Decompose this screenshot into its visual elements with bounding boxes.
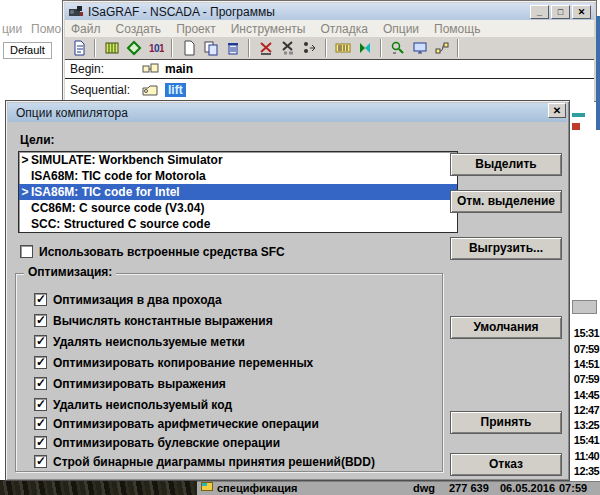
- dialog-title: Опции компилятора: [16, 106, 128, 120]
- file-date: 06.05.2016: [500, 482, 555, 495]
- checkbox-label: Оптимизировать булевские операции: [53, 436, 280, 450]
- sfc-checkbox[interactable]: ✓ Использовать встроенные средства SFC: [20, 244, 285, 259]
- compiler-options-dialog: Опции компилятора ✕ Цели: > SIMULATE: Wo…: [5, 100, 570, 481]
- delete-trash-icon[interactable]: [223, 39, 242, 57]
- target-text: CC86M: C source code (V3.04): [31, 200, 204, 216]
- menu-options[interactable]: Опции: [383, 22, 419, 36]
- checkbox-box[interactable]: ✓: [34, 417, 47, 430]
- checkbox-box[interactable]: ✓: [34, 314, 47, 327]
- select-button[interactable]: Выделить: [450, 153, 562, 176]
- opt-checkbox[interactable]: ✓ Оптимизировать копирование переменных: [34, 355, 313, 370]
- checkbox-box[interactable]: ✓: [34, 455, 47, 468]
- menubar: Файл Создать Проект Инструменты Отладка …: [65, 20, 594, 37]
- check-icon: ✓: [36, 334, 46, 348]
- window-titlebar[interactable]: ISaGRAF - NSCADA - Программы _ □ ✕: [65, 3, 594, 20]
- opt-checkbox[interactable]: ✓ Строй бинарные диаграммы принятия реше…: [34, 454, 375, 469]
- maximize-button[interactable]: □: [551, 5, 570, 19]
- dialog-titlebar[interactable]: Опции компилятора: [8, 103, 567, 122]
- file-list-row[interactable]: спецификация dwg 277 639 06.05.2016 07:5…: [197, 481, 600, 495]
- target-item[interactable]: > SIMULATE: Workbench Simulator: [19, 152, 457, 168]
- target-marker: >: [19, 152, 31, 168]
- checkbox-box[interactable]: ✓: [34, 356, 47, 369]
- make-build-icon[interactable]: [256, 39, 275, 57]
- project-library-icon[interactable]: [102, 39, 121, 57]
- simulate-barcode-icon[interactable]: [333, 39, 352, 57]
- menu-project[interactable]: Проект: [176, 22, 216, 36]
- window-title: ISaGRAF - NSCADA - Программы: [88, 5, 275, 19]
- targets-listbox: > SIMULATE: Workbench Simulator ISA68M: …: [18, 151, 458, 233]
- deselect-button[interactable]: Отм. выделение: [450, 190, 562, 213]
- checkbox-box[interactable]: ✓: [34, 293, 47, 306]
- program-name-selected[interactable]: lift: [165, 83, 186, 97]
- project-diamond-icon[interactable]: [124, 39, 143, 57]
- program-row-begin[interactable]: Begin: main: [65, 60, 594, 79]
- check-icon: ✓: [36, 376, 46, 390]
- io-signal-icon[interactable]: [355, 39, 374, 57]
- time-cell: 15:31: [571, 327, 599, 339]
- opt-checkbox[interactable]: ✓ Оптимизировать арифметические операции: [34, 416, 319, 431]
- check-icon: ✓: [36, 416, 46, 430]
- target-marker: [19, 216, 31, 232]
- checkbox-box[interactable]: ✓: [34, 398, 47, 411]
- target-item[interactable]: CC86M: C source code (V3.04): [19, 200, 457, 216]
- program-icon: [142, 63, 159, 75]
- target-item[interactable]: SCC: Structured C source code: [19, 216, 457, 232]
- app-icon: [68, 5, 84, 18]
- check-icon: ✓: [36, 313, 46, 327]
- accept-button[interactable]: Принять: [450, 411, 562, 434]
- checkbox-box[interactable]: ✓: [34, 377, 47, 390]
- target-marker: >: [19, 184, 31, 200]
- verify-icon[interactable]: [278, 39, 297, 57]
- checkbox-label: Оптимизировать арифметические операции: [53, 417, 319, 431]
- opt-checkbox[interactable]: ✓ Оптимизация в два прохода: [34, 292, 222, 307]
- checkbox-label: Использовать встроенные средства SFC: [39, 245, 285, 259]
- monitor-icon[interactable]: [410, 39, 429, 57]
- default-dropdown[interactable]: Default: [3, 42, 52, 59]
- target-text: SIMULATE: Workbench Simulator: [31, 152, 223, 168]
- checkbox-label: Вычислять константные выражения: [53, 314, 273, 328]
- folder-icon: [201, 482, 213, 491]
- menu-file[interactable]: Файл: [71, 22, 101, 36]
- link-architecture-icon[interactable]: [432, 39, 451, 57]
- file-size: 277 639: [449, 482, 489, 495]
- target-item[interactable]: > ISA86M: TIC code for Intel: [19, 184, 457, 200]
- time-cell: 15:41: [571, 434, 599, 446]
- upload-button[interactable]: Выгрузить...: [450, 237, 562, 260]
- opt-checkbox[interactable]: ✓ Оптимизировать выражения: [34, 376, 226, 391]
- debug-step-icon[interactable]: [300, 39, 319, 57]
- new-program-icon[interactable]: [179, 39, 198, 57]
- text-fragment: [572, 113, 585, 117]
- section-label: Begin:: [70, 62, 142, 76]
- opt-checkbox[interactable]: ✓ Удалять неиспользуемые метки: [34, 334, 245, 349]
- background-file-panel: 15:31 07:59 14:51 07:59 14:45 12:47 13:2…: [571, 100, 600, 481]
- left-menu-fragment: ции: [2, 22, 22, 36]
- cancel-button[interactable]: Отказ: [450, 453, 562, 476]
- check-icon: ✓: [36, 454, 46, 468]
- checkbox-box[interactable]: ✓: [34, 335, 47, 348]
- check-icon: ✓: [36, 355, 46, 369]
- dialog-close-button[interactable]: ✕: [548, 103, 566, 118]
- opt-checkbox[interactable]: ✓ Оптимизировать булевские операции: [34, 435, 280, 450]
- optimization-legend: Оптимизация:: [24, 265, 116, 279]
- find-icon[interactable]: [388, 39, 407, 57]
- opt-checkbox[interactable]: ✓ Удалить неиспользуемый код: [34, 397, 232, 412]
- menu-help[interactable]: Помощь: [434, 22, 480, 36]
- target-marker: [19, 200, 31, 216]
- menu-create[interactable]: Создать: [116, 22, 162, 36]
- program-name[interactable]: main: [165, 62, 193, 76]
- checkbox-label: Строй бинарные диаграммы принятия решени…: [53, 455, 375, 469]
- binary-code-icon[interactable]: 101: [146, 39, 165, 57]
- file-ext: dwg: [413, 482, 435, 495]
- copy-program-icon[interactable]: [201, 39, 220, 57]
- close-button[interactable]: ✕: [572, 5, 591, 19]
- target-item[interactable]: ISA68M: TIC code for Motorola: [19, 168, 457, 184]
- program-row-sequential[interactable]: Sequential: lift: [65, 80, 594, 99]
- menu-debug[interactable]: Отладка: [320, 22, 367, 36]
- defaults-button[interactable]: Умолчания: [450, 316, 562, 339]
- document-icon[interactable]: [69, 39, 88, 57]
- checkbox-box[interactable]: ✓: [34, 436, 47, 449]
- menu-tools[interactable]: Инструменты: [231, 22, 306, 36]
- opt-checkbox[interactable]: ✓ Вычислять константные выражения: [34, 313, 273, 328]
- checkbox-box[interactable]: ✓: [20, 245, 33, 258]
- minimize-button[interactable]: _: [530, 5, 549, 19]
